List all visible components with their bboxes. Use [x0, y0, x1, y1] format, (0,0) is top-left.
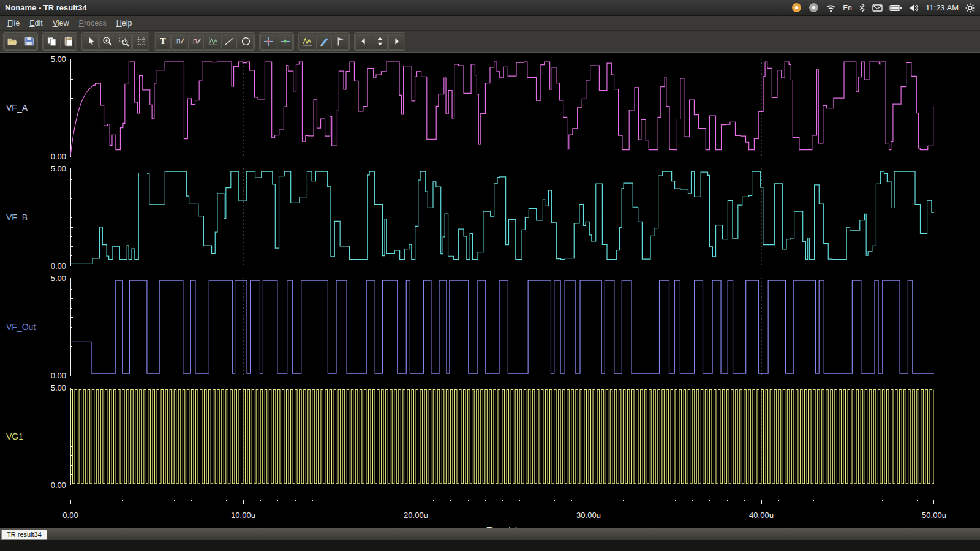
- y-min-label: 0.00: [51, 481, 66, 490]
- toolbar-group: [81, 32, 149, 51]
- status-strip: TR result34: [0, 528, 980, 540]
- plot-area: 5.00 VF_A 0.00 5.00 VF_B 0.00 5.00 VF_Ou…: [0, 53, 980, 528]
- status-bar: TR result34: [0, 528, 980, 551]
- draw-circle-icon: [241, 36, 251, 47]
- clock-indicator[interactable]: 11:23 AM: [925, 3, 959, 12]
- mail-icon[interactable]: [872, 2, 883, 13]
- zoom-in-icon: [102, 36, 113, 47]
- signal-label-vf-out: VF_Out: [6, 322, 36, 332]
- open-file-button[interactable]: [4, 34, 20, 50]
- vf-out-waveform-canvas[interactable]: [70, 278, 934, 376]
- window-title: Noname - TR result34: [5, 3, 87, 12]
- messaging-indicator-icon[interactable]: [791, 2, 802, 13]
- page-spinner-icon: [375, 36, 385, 47]
- menu-help[interactable]: Help: [111, 17, 137, 29]
- draw-waveform-a-button[interactable]: [172, 34, 187, 50]
- draw-circle-button[interactable]: [238, 34, 254, 50]
- waveform-panel-vf-b: 5.00 VF_B 0.00: [0, 168, 980, 266]
- x-axis-tick-label: 30.00u: [576, 511, 601, 520]
- grid-toggle-icon: [135, 36, 146, 47]
- axes-settings-icon: [208, 36, 218, 47]
- insert-text-icon: T: [160, 37, 165, 47]
- volume-icon[interactable]: [909, 2, 919, 13]
- paste-button[interactable]: [60, 34, 76, 50]
- vg1-waveform-canvas[interactable]: [70, 388, 934, 485]
- toolbar-group: [298, 32, 350, 51]
- draw-line-button[interactable]: [221, 34, 237, 50]
- save-file-icon: [24, 36, 34, 47]
- menu-view[interactable]: View: [48, 17, 74, 29]
- waveform-panel-vf-out: 5.00 VF_Out 0.00: [0, 278, 980, 376]
- y-min-label: 0.00: [51, 152, 66, 161]
- menu-edit[interactable]: Edit: [24, 17, 48, 29]
- copy-button[interactable]: [43, 34, 59, 50]
- cursor-b-icon: [280, 36, 290, 47]
- paste-icon: [63, 36, 74, 47]
- y-max-label: 5.00: [51, 54, 66, 64]
- draw-waveform-b-icon: [191, 36, 202, 47]
- result-tab[interactable]: TR result34: [1, 530, 47, 540]
- x-axis-tick-label: 20.00u: [404, 511, 428, 520]
- y-max-label: 5.00: [51, 383, 66, 392]
- select-cursor-icon: [86, 36, 96, 47]
- menu-process: Process: [74, 17, 111, 29]
- y-min-label: 0.00: [51, 371, 66, 380]
- axes-settings-button[interactable]: [205, 34, 221, 50]
- prev-page-button[interactable]: [355, 34, 371, 50]
- next-page-icon: [391, 36, 402, 47]
- toolbar-group: T: [154, 32, 255, 51]
- x-axis-tick-label: 40.00u: [749, 511, 774, 520]
- battery-icon[interactable]: [889, 2, 902, 13]
- zoom-window-button[interactable]: [116, 34, 132, 50]
- x-axis-tick-label: 50.00u: [922, 511, 946, 520]
- save-file-button[interactable]: [21, 34, 37, 50]
- y-max-label: 5.00: [51, 274, 66, 283]
- prev-page-icon: [358, 36, 369, 47]
- signal-label-vf-b: VF_B: [6, 212, 28, 222]
- session-indicator-icon[interactable]: [809, 2, 819, 13]
- keyboard-layout-indicator[interactable]: En: [843, 4, 852, 12]
- x-axis-tick-label: 10.00u: [231, 511, 255, 520]
- vf-b-waveform-canvas[interactable]: [70, 168, 934, 266]
- signal-label-vf-a: VF_A: [6, 103, 28, 113]
- x-axis-labels: 0.0010.00u20.00u30.00u40.00u50.00u: [70, 511, 934, 522]
- copy-icon: [47, 36, 57, 47]
- toolbar-group: [42, 32, 77, 51]
- select-cursor-button[interactable]: [83, 34, 99, 50]
- draw-waveform-a-icon: [175, 36, 185, 47]
- signal-label-vg1: VG1: [6, 432, 23, 441]
- process-curve-icon: [303, 36, 313, 47]
- toolbar-group: [354, 32, 405, 51]
- grid-toggle-button[interactable]: [132, 34, 148, 50]
- zoom-in-button[interactable]: [99, 34, 115, 50]
- draw-line-icon: [224, 36, 235, 47]
- open-file-icon: [7, 36, 18, 47]
- next-page-button[interactable]: [388, 34, 404, 50]
- waveform-panel-vf-a: 5.00 VF_A 0.00: [0, 59, 980, 157]
- system-tray: En 11:23 AM: [791, 2, 975, 13]
- title-bar: Noname - TR result34 En 11:23 AM: [0, 0, 980, 16]
- draw-pen-button[interactable]: [316, 34, 332, 50]
- x-axis-canvas: [70, 500, 934, 506]
- vf-a-waveform-canvas[interactable]: [70, 59, 934, 157]
- draw-waveform-b-button[interactable]: [188, 34, 204, 50]
- process-curve-button[interactable]: [300, 34, 315, 50]
- insert-text-button[interactable]: T: [155, 34, 171, 50]
- set-marker-icon: [336, 36, 346, 47]
- page-spinner-button[interactable]: [372, 34, 388, 50]
- y-max-label: 5.00: [51, 164, 66, 173]
- toolbar-group: [259, 32, 294, 51]
- bluetooth-icon[interactable]: [859, 2, 865, 13]
- cursor-a-button[interactable]: [260, 34, 276, 50]
- cursor-a-icon: [263, 36, 274, 47]
- set-marker-button[interactable]: [333, 34, 349, 50]
- waveform-panel-vg1: 5.00 VG1 0.00: [0, 388, 980, 485]
- power-gear-icon[interactable]: [965, 2, 975, 13]
- menu-file[interactable]: File: [2, 17, 24, 29]
- cursor-b-button[interactable]: [277, 34, 293, 50]
- draw-pen-icon: [319, 36, 330, 47]
- toolbar: T: [0, 31, 980, 53]
- toolbar-group: [3, 32, 38, 51]
- wifi-icon[interactable]: [826, 2, 836, 13]
- zoom-window-icon: [119, 36, 129, 47]
